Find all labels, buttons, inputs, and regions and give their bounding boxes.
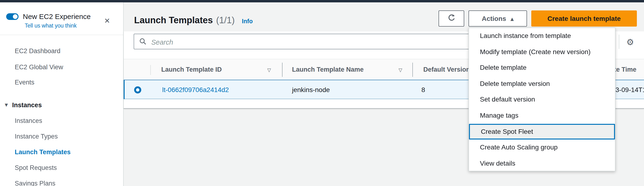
search-input[interactable] (150, 35, 456, 49)
feedback-link[interactable]: Tell us what you think (25, 23, 77, 28)
menu-item-manage-tags[interactable]: Manage tags (469, 108, 615, 124)
sidebar-item-instance-types[interactable]: Instance Types (15, 133, 58, 140)
toolbar-divider (619, 35, 619, 49)
row-selection-accent (124, 80, 124, 99)
sidebar: New EC2 Experience Tell us what you thin… (0, 2, 124, 186)
column-launch-template-name[interactable]: Launch Template Name (292, 59, 364, 80)
caret-up-icon: ▲ (510, 17, 514, 21)
menu-item-launch-instance-from-template[interactable]: Launch instance from template (469, 28, 615, 44)
sidebar-item-events[interactable]: Events (15, 79, 34, 86)
refresh-button[interactable] (438, 10, 464, 27)
launch-template-name-cell: jenkins-node (292, 80, 330, 99)
sidebar-item-instances[interactable]: Instances (15, 117, 42, 124)
create-time-cell: 3-09-14T1 (616, 80, 644, 99)
new-ec2-experience-toggle[interactable] (6, 13, 18, 20)
section-caret-icon: ▼ (5, 102, 8, 107)
search-icon (139, 38, 146, 45)
header-divider (150, 65, 151, 75)
column-divider[interactable] (412, 63, 413, 77)
new-experience-block: New EC2 Experience Tell us what you thin… (0, 2, 123, 32)
launch-template-id-link[interactable]: lt-0662f09706a2414d2 (162, 80, 229, 99)
menu-item-modify-template[interactable]: Modify template (Create new version) (469, 44, 615, 60)
filter-icon[interactable]: ▽ (398, 59, 402, 80)
page-title: Launch Templates (134, 15, 213, 26)
create-launch-template-button[interactable]: Create launch template (531, 10, 637, 27)
refresh-icon (447, 14, 456, 22)
page-count: (1/1) (216, 15, 235, 26)
filter-icon[interactable]: ▽ (267, 59, 271, 80)
sidebar-item-spot-requests[interactable]: Spot Requests (15, 164, 57, 171)
toggle-knob (13, 14, 18, 19)
column-default-version[interactable]: Default Version (423, 59, 470, 80)
ec2-console-screen: New EC2 Experience Tell us what you thin… (0, 0, 644, 186)
menu-item-delete-template[interactable]: Delete template (469, 60, 615, 76)
actions-dropdown-menu: Launch instance from template Modify tem… (468, 27, 616, 171)
top-nav-bar (0, 0, 644, 2)
info-link[interactable]: Info (242, 18, 253, 25)
sidebar-item-ec2-global-view[interactable]: EC2 Global View (15, 64, 63, 71)
page-heading: Launch Templates (1/1) Info (134, 15, 253, 26)
sidebar-item-savings-plans[interactable]: Savings Plans (15, 180, 56, 186)
close-icon[interactable]: ✕ (104, 17, 110, 25)
sidebar-item-ec2-dashboard[interactable]: EC2 Dashboard (15, 47, 60, 55)
menu-item-create-auto-scaling-group[interactable]: Create Auto Scaling group (469, 140, 615, 155)
gear-icon[interactable]: ⚙ (624, 37, 636, 48)
default-version-cell: 8 (422, 80, 425, 99)
new-experience-label: New EC2 Experience (23, 12, 90, 20)
column-launch-template-id[interactable]: Launch Template ID (161, 59, 222, 80)
menu-item-set-default-version[interactable]: Set default version (469, 92, 615, 108)
sidebar-divider (0, 35, 123, 35)
menu-item-delete-template-version[interactable]: Delete template version (469, 76, 615, 92)
sidebar-section-instances[interactable]: ▼Instances (5, 101, 42, 109)
column-divider[interactable] (282, 63, 282, 77)
actions-button[interactable]: Actions▲ (468, 10, 527, 27)
menu-item-create-spot-fleet[interactable]: Create Spot Fleet (469, 124, 615, 140)
sidebar-item-launch-templates[interactable]: Launch Templates (15, 149, 71, 156)
menu-item-view-details[interactable]: View details (469, 156, 615, 172)
row-radio-selected[interactable] (134, 86, 141, 93)
